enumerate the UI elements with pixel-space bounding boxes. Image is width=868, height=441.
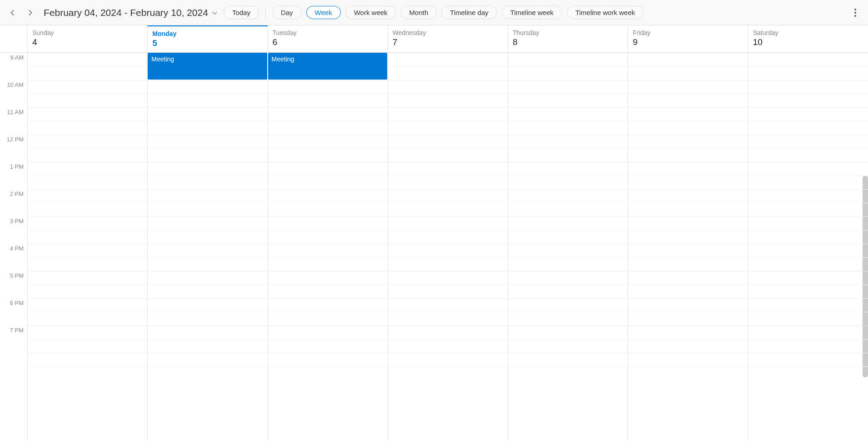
day-column-monday[interactable]: Meeting (147, 53, 267, 441)
day-number: 9 (633, 37, 743, 47)
day-name: Thursday (513, 29, 623, 36)
time-label: 2 PM (10, 190, 24, 197)
today-button[interactable]: Today (224, 6, 259, 19)
view-work-week-button[interactable]: Work week (345, 6, 396, 19)
day-number: 8 (513, 37, 623, 47)
toolbar: February 04, 2024 - February 10, 2024 To… (0, 0, 868, 25)
time-label: 4 PM (10, 245, 24, 252)
view-timeline-week-button[interactable]: Timeline week (502, 6, 562, 19)
day-column-friday[interactable] (628, 53, 748, 441)
svg-point-0 (854, 9, 856, 10)
time-label: 7 PM (10, 327, 24, 334)
day-name: Monday (152, 30, 263, 37)
day-number: 6 (273, 37, 383, 47)
time-label: 9 AM (10, 54, 24, 61)
view-week-button[interactable]: Week (306, 6, 341, 19)
view-month-button[interactable]: Month (401, 6, 437, 19)
day-name: Tuesday (273, 29, 383, 36)
time-label: 1 PM (10, 163, 24, 170)
day-header-wednesday[interactable]: Wednesday7 (388, 25, 508, 53)
day-name: Sunday (32, 29, 143, 36)
toolbar-divider (265, 7, 266, 19)
day-name: Saturday (753, 29, 863, 36)
view-timeline-work-week-button[interactable]: Timeline work week (567, 6, 644, 19)
day-header-saturday[interactable]: Saturday10 (748, 25, 868, 53)
calendar-event[interactable]: Meeting (148, 53, 267, 80)
day-number: 5 (152, 38, 263, 48)
day-column-saturday[interactable] (748, 53, 868, 441)
day-column-sunday[interactable] (27, 53, 147, 441)
day-column-tuesday[interactable]: Meeting (268, 53, 388, 441)
next-button[interactable] (23, 5, 37, 20)
svg-point-1 (854, 12, 856, 14)
day-number: 7 (393, 37, 503, 47)
day-column-wednesday[interactable] (388, 53, 508, 441)
time-label: 5 PM (10, 272, 24, 279)
day-name: Wednesday (393, 29, 503, 36)
prev-button[interactable] (5, 5, 20, 20)
calendar-event[interactable]: Meeting (268, 53, 387, 80)
view-switcher: DayWeekWork weekMonthTimeline dayTimelin… (272, 6, 644, 19)
day-number: 10 (753, 37, 863, 47)
view-day-button[interactable]: Day (272, 6, 302, 19)
time-label: 10 AM (7, 81, 24, 88)
view-timeline-day-button[interactable]: Timeline day (441, 6, 497, 19)
calendar-grid[interactable]: MeetingMeeting (27, 53, 868, 441)
day-header-friday[interactable]: Friday9 (628, 25, 748, 53)
day-header-monday[interactable]: Monday5 (147, 25, 267, 53)
day-name: Friday (633, 29, 743, 36)
date-range-picker[interactable]: February 04, 2024 - February 10, 2024 (40, 7, 221, 18)
time-column: 9 AM10 AM11 AM12 PM1 PM2 PM3 PM4 PM5 PM6… (0, 53, 27, 441)
header-corner (0, 25, 27, 53)
day-header-thursday[interactable]: Thursday8 (508, 25, 628, 53)
chevron-left-icon (10, 10, 16, 16)
day-number: 4 (32, 37, 143, 47)
day-header-sunday[interactable]: Sunday4 (27, 25, 147, 53)
calendar-week-view: Sunday4Monday5Tuesday6Wednesday7Thursday… (0, 25, 868, 441)
chevron-down-icon (212, 7, 217, 18)
day-header-tuesday[interactable]: Tuesday6 (268, 25, 388, 53)
more-button[interactable] (848, 5, 863, 20)
time-label: 12 PM (6, 136, 24, 143)
chevron-right-icon (27, 10, 33, 16)
more-vertical-icon (854, 9, 856, 17)
time-label: 6 PM (10, 300, 24, 306)
date-range-label: February 04, 2024 - February 10, 2024 (44, 7, 208, 18)
time-label: 3 PM (10, 218, 24, 225)
day-column-thursday[interactable] (508, 53, 628, 441)
time-label: 11 AM (7, 109, 24, 115)
svg-point-2 (854, 15, 856, 17)
